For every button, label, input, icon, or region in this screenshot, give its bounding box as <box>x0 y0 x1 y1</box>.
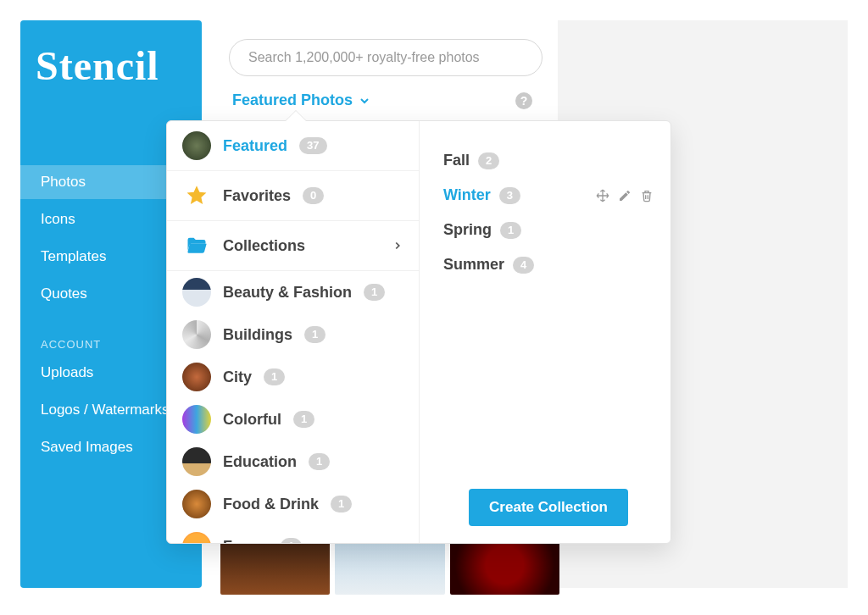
featured-thumbnail-icon <box>182 131 211 160</box>
count-badge: 1 <box>293 411 314 428</box>
category-item[interactable]: Beauty & Fashion1 <box>167 271 419 313</box>
star-icon <box>182 181 211 210</box>
photo-thumbnail[interactable] <box>450 535 559 595</box>
label: Beauty & Fashion <box>223 284 352 302</box>
category-thumbnail-icon <box>182 490 211 518</box>
collection-list: Fall2Winter3Spring1Summer4 <box>443 143 654 489</box>
collection-item[interactable]: Fall2 <box>443 143 654 178</box>
folder-open-icon <box>182 231 211 260</box>
label: Favorites <box>223 187 291 205</box>
photos-dropdown-panel: Featured 37 Favorites 0 Collections Beau… <box>166 120 671 544</box>
dropdown-trigger-row: Featured Photos ? <box>220 76 542 114</box>
help-icon[interactable]: ? <box>515 92 532 109</box>
create-collection-button[interactable]: Create Collection <box>469 489 628 526</box>
label: Fall <box>443 152 470 169</box>
label: Education <box>223 453 297 471</box>
label: Collections <box>223 237 305 255</box>
label: Funny <box>223 538 269 544</box>
count-badge: 2 <box>478 152 499 169</box>
photo-thumbnail[interactable] <box>335 535 444 595</box>
category-thumbnail-icon <box>182 363 211 391</box>
brand-logo: Stencil <box>20 42 202 89</box>
edit-icon[interactable] <box>618 189 632 202</box>
collection-item[interactable]: Spring1 <box>443 213 654 247</box>
category-item[interactable]: Funny1 <box>167 525 419 543</box>
label: Colorful <box>223 411 281 429</box>
category-thumbnail-icon <box>182 532 211 543</box>
search-input[interactable] <box>229 39 542 76</box>
label: Featured <box>223 137 287 155</box>
count-badge: 37 <box>299 137 326 154</box>
count-badge: 1 <box>304 326 326 343</box>
collection-item[interactable]: Summer4 <box>443 247 654 282</box>
label: Food & Drink <box>223 496 319 513</box>
category-thumbnail-icon <box>182 278 211 307</box>
move-icon[interactable] <box>596 189 609 202</box>
photo-thumbnail[interactable] <box>220 535 330 595</box>
dropdown-left-column: Featured 37 Favorites 0 Collections Beau… <box>167 121 420 543</box>
count-badge: 4 <box>513 257 534 274</box>
dropdown-item-collections[interactable]: Collections <box>167 221 419 271</box>
count-badge: 1 <box>331 496 352 512</box>
count-badge: 1 <box>500 222 521 239</box>
category-item[interactable]: City1 <box>167 356 419 398</box>
label: Winter <box>443 186 491 204</box>
category-thumbnail-icon <box>182 447 211 476</box>
main-area: Featured Photos ? <box>220 20 559 114</box>
chevron-right-icon <box>392 240 403 252</box>
label: City <box>223 368 252 386</box>
category-thumbnail-icon <box>182 320 211 349</box>
label: Summer <box>443 256 504 274</box>
count-badge: 3 <box>499 187 520 204</box>
chevron-down-icon <box>358 94 371 108</box>
photos-source-dropdown[interactable]: Featured Photos <box>232 91 371 109</box>
category-item[interactable]: Buildings1 <box>167 313 419 356</box>
collection-item[interactable]: Winter3 <box>443 178 654 213</box>
collection-actions <box>596 189 654 202</box>
count-badge: 1 <box>309 453 330 470</box>
category-thumbnail-icon <box>182 405 211 434</box>
category-list[interactable]: Beauty & Fashion1Buildings1City1Colorful… <box>167 271 419 543</box>
trash-icon[interactable] <box>640 189 654 202</box>
dropdown-trigger-label: Featured Photos <box>232 91 353 109</box>
label: Spring <box>443 221 492 239</box>
count-badge: 1 <box>281 538 302 543</box>
category-item[interactable]: Education1 <box>167 440 419 483</box>
category-item[interactable]: Colorful1 <box>167 398 419 440</box>
dropdown-item-featured[interactable]: Featured 37 <box>167 121 419 171</box>
photo-grid <box>220 535 559 595</box>
dropdown-right-column: Fall2Winter3Spring1Summer4 Create Collec… <box>420 121 670 543</box>
count-badge: 1 <box>364 284 385 301</box>
dropdown-item-favorites[interactable]: Favorites 0 <box>167 171 419 221</box>
category-item[interactable]: Food & Drink1 <box>167 483 419 525</box>
count-badge: 1 <box>264 368 285 385</box>
count-badge: 0 <box>303 187 324 204</box>
label: Buildings <box>223 326 292 344</box>
